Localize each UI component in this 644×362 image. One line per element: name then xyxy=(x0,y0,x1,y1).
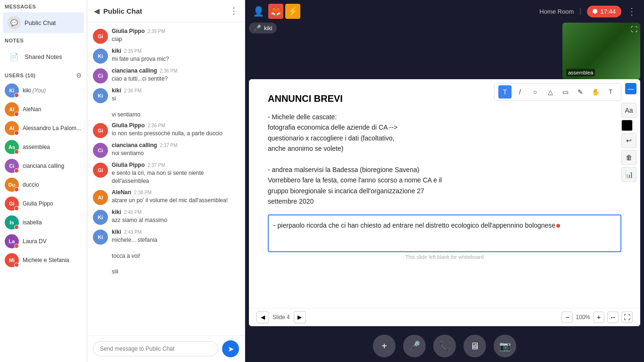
message: Al AleNan 2:38 PM alzare un po' il volum… xyxy=(87,187,245,207)
msg-header: cianciana calling 2:36 PM xyxy=(112,67,239,74)
home-room-label: Home Room xyxy=(539,8,574,15)
back-arrow-icon[interactable]: ◀ xyxy=(94,7,99,16)
users-list: Ki kiki (You) Al AleNan Al Alessandro La… xyxy=(0,81,87,362)
chat-header-left: ◀ Public Chat xyxy=(94,7,142,16)
gear-icon[interactable]: ⚙ xyxy=(76,72,82,79)
video-thumbnail[interactable]: assemblea ⛶ xyxy=(562,23,640,79)
user-avatar: As xyxy=(5,140,19,154)
user-item[interactable]: Gi Giulia Pippo xyxy=(0,194,87,213)
msg-text: mi fate una prova mic? xyxy=(112,55,239,63)
toolbar-triangle-btn[interactable]: △ xyxy=(544,85,557,99)
firefox-icon[interactable]: 🦊 xyxy=(268,4,283,19)
user-name: Laura DV xyxy=(23,238,47,245)
user-item[interactable]: Al AleNan xyxy=(0,100,87,119)
expand-icon[interactable]: ⛶ xyxy=(631,25,637,33)
toolbar-hand-btn[interactable]: ✋ xyxy=(589,85,602,99)
user-item[interactable]: Mi Michele e Stefania xyxy=(0,251,87,270)
whiteboard-body1: - Michele delle cascate: fotografia econ… xyxy=(268,112,621,207)
status-dot xyxy=(14,263,19,267)
msg-avatar: Ki xyxy=(93,210,108,225)
msg-time: 2:36 PM xyxy=(160,68,177,74)
mic-button[interactable]: 🎤 xyxy=(403,335,426,357)
msg-sender: AleNan xyxy=(112,189,131,196)
whiteboard-editable-area[interactable]: - pierpaolo ricorda che ci han chiesto a… xyxy=(268,214,621,252)
msg-sender: kiki xyxy=(112,229,121,235)
user-item[interactable]: Du duccio xyxy=(0,175,87,194)
msg-sender: cianciana calling xyxy=(112,142,157,148)
record-button[interactable]: 17:44 xyxy=(587,6,621,17)
chat-icon: 💬 xyxy=(8,16,21,29)
slide-nav: ◀ Slide 4 ▶ xyxy=(256,311,306,323)
zoom-out-btn[interactable]: − xyxy=(561,312,573,323)
toolbar-circle-btn[interactable]: ○ xyxy=(528,85,542,99)
user-avatar: Is xyxy=(5,215,19,230)
status-dot xyxy=(14,225,19,230)
status-dot xyxy=(14,112,19,116)
users-count-label: USERS (10) xyxy=(5,73,36,78)
toolbar-pencil-btn[interactable]: ✎ xyxy=(574,85,587,99)
camera-button[interactable]: 📷 xyxy=(494,335,516,357)
zoom-label: 100% xyxy=(576,314,590,321)
wb-text-block2: - andrea malservisi la Badessa (bioregio… xyxy=(268,165,621,207)
send-button[interactable]: ➤ xyxy=(222,340,239,357)
delete-tool-btn[interactable]: 🗑 xyxy=(621,150,636,165)
sidebar-item-public-chat[interactable]: 💬 Public Chat xyxy=(3,12,84,33)
app-icon-yellow[interactable]: ⚡ xyxy=(285,4,300,19)
user-name: Alessandro La Palom... xyxy=(23,125,81,132)
screen-share-button[interactable]: 🖥 xyxy=(463,335,486,357)
fullscreen-btn[interactable]: ⛶ xyxy=(621,312,633,323)
toolbar-rect-btn[interactable]: ▭ xyxy=(559,85,572,99)
user-name: duccio xyxy=(23,181,39,188)
message: Ki kiki 2:36 PM sivi sentiamo xyxy=(87,85,245,120)
undo-tool-btn[interactable]: ↩ xyxy=(621,133,636,148)
user-name: cianciana calling xyxy=(23,163,64,169)
zoom-in-btn[interactable]: + xyxy=(593,312,604,323)
msg-time: 2:40 PM xyxy=(124,210,141,215)
msg-content: kiki 2:36 PM sivi sentiamo xyxy=(112,87,239,118)
status-dot xyxy=(14,149,19,154)
user-item[interactable]: Is isabella xyxy=(0,213,87,232)
slide-prev-btn[interactable]: ◀ xyxy=(256,311,269,323)
person-icon[interactable]: 👤 xyxy=(253,6,264,17)
user-item[interactable]: Al Alessandro La Palom... xyxy=(0,119,87,138)
color-swatch[interactable] xyxy=(621,120,633,131)
user-avatar: Ki xyxy=(5,83,19,98)
user-item[interactable]: Ki kiki (You) xyxy=(0,81,87,100)
msg-avatar: Gi xyxy=(93,163,108,178)
toolbar-pen-btn[interactable]: / xyxy=(513,85,527,99)
msg-sender: kiki xyxy=(112,87,121,94)
msg-avatar: Gi xyxy=(93,29,108,44)
font-tool-btn[interactable]: Aa xyxy=(621,103,636,118)
fit-btn[interactable]: ↔ xyxy=(607,312,619,323)
topbar-more-icon[interactable]: ⋮ xyxy=(627,6,636,17)
status-dot xyxy=(14,131,19,135)
msg-header: AleNan 2:38 PM xyxy=(112,189,239,196)
message: Ci cianciana calling 2:37 PM noi sentiam… xyxy=(87,140,245,160)
topbar-right: Home Room | 17:44 ⋮ xyxy=(539,6,636,17)
toolbar-type-btn[interactable]: T xyxy=(604,85,617,99)
chat-more-icon[interactable]: ⋮ xyxy=(230,6,238,16)
msg-content: AleNan 2:38 PM alzare un po' il volume d… xyxy=(112,189,239,205)
main-topbar: 👤 🦊 ⚡ Home Room | 17:44 ⋮ xyxy=(245,0,644,23)
msg-avatar: Ci xyxy=(93,68,108,83)
topbar-left: 👤 🦊 ⚡ xyxy=(253,4,300,19)
user-item[interactable]: Ci cianciana calling xyxy=(0,156,87,175)
notes-section-header: NOTES xyxy=(0,34,87,45)
msg-content: kiki 2:35 PM mi fate una prova mic? xyxy=(112,48,239,63)
user-item[interactable]: As assemblea xyxy=(0,138,87,156)
msg-sender: Giulia Pippo xyxy=(112,162,145,168)
minimize-button[interactable]: — xyxy=(625,83,636,94)
slide-next-btn[interactable]: ▶ xyxy=(294,311,306,323)
chat-input[interactable] xyxy=(93,341,218,356)
chat-messages[interactable]: Gi Giulia Pippo 2:35 PM ciap Ki kiki 2:3… xyxy=(87,22,245,335)
user-item[interactable]: La Laura DV xyxy=(0,232,87,251)
add-button[interactable]: + xyxy=(373,335,396,357)
sidebar-item-shared-notes[interactable]: 📄 Shared Notes xyxy=(3,46,84,67)
cursor-dot xyxy=(556,224,560,228)
phone-button[interactable]: 📞 xyxy=(433,335,456,357)
chart-tool-btn[interactable]: 📊 xyxy=(621,167,636,182)
user-avatar: Mi xyxy=(5,253,19,267)
main-content: 👤 🦊 ⚡ Home Room | 17:44 ⋮ 🎤 kiki as xyxy=(245,0,644,362)
toolbar-text-btn[interactable]: T xyxy=(498,85,512,99)
user-avatar: Al xyxy=(5,121,19,135)
